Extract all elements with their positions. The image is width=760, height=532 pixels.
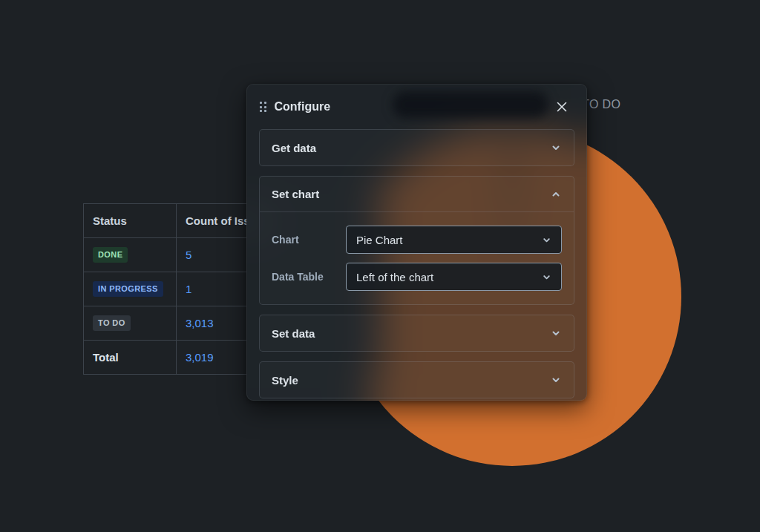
status-badge-inprogress: IN PROGRESS — [93, 281, 163, 296]
section-set-chart: Set chart Chart Pie Chart Data Tabl — [259, 176, 574, 305]
status-badge-todo: TO DO — [93, 315, 131, 330]
section-get-data: Get data — [259, 129, 574, 166]
chevron-down-icon — [541, 234, 552, 246]
data-table-field-label: Data Table — [272, 271, 346, 283]
field-row-data-table: Data Table Left of the chart — [272, 263, 562, 291]
chevron-down-icon — [541, 272, 552, 283]
chart-select-value: Pie Chart — [356, 234, 403, 246]
set-chart-body: Chart Pie Chart Data Table Left of the c… — [260, 212, 574, 304]
section-label: Set data — [272, 327, 315, 340]
section-header-style[interactable]: Style — [260, 362, 574, 398]
section-header-set-data[interactable]: Set data — [260, 315, 574, 351]
field-row-chart: Chart Pie Chart — [272, 226, 562, 254]
dashboard-stage: TO DO Status Count of Issues DONE 5 IN P… — [0, 0, 760, 532]
status-badge-done: DONE — [93, 247, 128, 262]
close-icon — [556, 101, 568, 113]
drag-handle-icon[interactable] — [260, 102, 266, 112]
section-header-set-chart[interactable]: Set chart — [260, 177, 574, 212]
section-label: Style — [272, 374, 298, 387]
section-header-get-data[interactable]: Get data — [260, 130, 574, 165]
chevron-up-icon — [550, 188, 562, 200]
modal-title: Configure — [275, 100, 331, 114]
data-table-select[interactable]: Left of the chart — [346, 263, 562, 291]
chevron-down-icon — [550, 327, 562, 339]
total-label: Total — [84, 341, 177, 375]
blurred-region — [393, 91, 548, 118]
data-table-select-value: Left of the chart — [356, 271, 433, 283]
column-header-status: Status — [84, 204, 177, 238]
configure-modal: Configure Get data Set chart — [246, 84, 587, 401]
section-set-data: Set data — [259, 315, 574, 352]
chevron-down-icon — [550, 142, 562, 154]
chart-select[interactable]: Pie Chart — [346, 226, 562, 254]
chart-field-label: Chart — [272, 234, 346, 246]
modal-header: Configure — [247, 85, 586, 129]
pie-slice-label: TO DO — [582, 98, 620, 111]
section-style: Style — [259, 361, 574, 398]
close-button[interactable] — [552, 97, 571, 116]
chevron-down-icon — [550, 374, 562, 386]
section-label: Set chart — [272, 188, 319, 200]
section-label: Get data — [272, 142, 316, 154]
